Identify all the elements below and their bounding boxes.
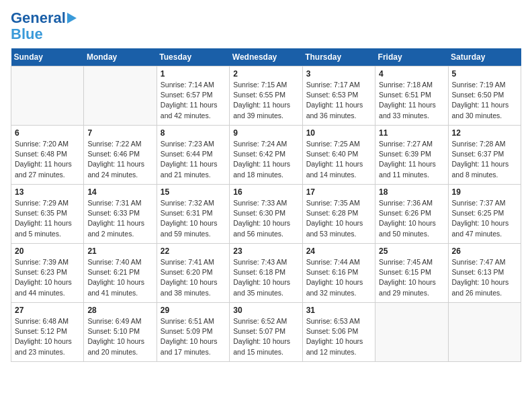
day-detail: Sunrise: 7:27 AM Sunset: 6:39 PM Dayligh… bbox=[379, 139, 444, 180]
day-number: 16 bbox=[233, 187, 298, 197]
calendar-cell: 18Sunrise: 7:36 AM Sunset: 6:26 PM Dayli… bbox=[375, 185, 448, 244]
day-detail: Sunrise: 7:44 AM Sunset: 6:16 PM Dayligh… bbox=[306, 257, 371, 298]
calendar-cell: 9Sunrise: 7:24 AM Sunset: 6:42 PM Daylig… bbox=[230, 126, 302, 185]
day-detail: Sunrise: 7:41 AM Sunset: 6:20 PM Dayligh… bbox=[161, 257, 226, 298]
day-number: 1 bbox=[161, 69, 226, 79]
day-detail: Sunrise: 6:49 AM Sunset: 5:10 PM Dayligh… bbox=[87, 316, 152, 357]
day-number: 21 bbox=[87, 246, 152, 256]
day-detail: Sunrise: 6:48 AM Sunset: 5:12 PM Dayligh… bbox=[15, 316, 80, 357]
day-detail: Sunrise: 7:22 AM Sunset: 6:46 PM Dayligh… bbox=[87, 139, 152, 180]
day-number: 27 bbox=[15, 306, 80, 315]
day-detail: Sunrise: 7:15 AM Sunset: 6:55 PM Dayligh… bbox=[233, 80, 298, 121]
calendar-cell: 22Sunrise: 7:41 AM Sunset: 6:20 PM Dayli… bbox=[157, 244, 229, 303]
day-number: 31 bbox=[306, 306, 371, 315]
calendar-cell: 11Sunrise: 7:27 AM Sunset: 6:39 PM Dayli… bbox=[375, 126, 448, 185]
day-detail: Sunrise: 7:17 AM Sunset: 6:53 PM Dayligh… bbox=[306, 80, 371, 121]
day-number: 26 bbox=[452, 246, 517, 256]
calendar-cell: 13Sunrise: 7:29 AM Sunset: 6:35 PM Dayli… bbox=[11, 185, 84, 244]
calendar-cell: 12Sunrise: 7:28 AM Sunset: 6:37 PM Dayli… bbox=[448, 126, 521, 185]
day-detail: Sunrise: 7:14 AM Sunset: 6:57 PM Dayligh… bbox=[161, 80, 226, 121]
page-header: General Blue bbox=[11, 11, 521, 43]
day-detail: Sunrise: 7:23 AM Sunset: 6:44 PM Dayligh… bbox=[161, 139, 226, 180]
calendar-week-5: 27Sunrise: 6:48 AM Sunset: 5:12 PM Dayli… bbox=[11, 303, 521, 362]
weekday-header-tuesday: Tuesday bbox=[157, 48, 229, 66]
weekday-header-thursday: Thursday bbox=[302, 48, 375, 66]
calendar-cell: 10Sunrise: 7:25 AM Sunset: 6:40 PM Dayli… bbox=[302, 126, 375, 185]
calendar-cell: 8Sunrise: 7:23 AM Sunset: 6:44 PM Daylig… bbox=[157, 126, 229, 185]
day-number: 14 bbox=[87, 187, 152, 197]
day-number: 9 bbox=[233, 128, 298, 138]
calendar-cell: 23Sunrise: 7:43 AM Sunset: 6:18 PM Dayli… bbox=[230, 244, 302, 303]
day-detail: Sunrise: 7:40 AM Sunset: 6:21 PM Dayligh… bbox=[87, 257, 152, 298]
day-detail: Sunrise: 7:29 AM Sunset: 6:35 PM Dayligh… bbox=[15, 198, 80, 239]
calendar-cell bbox=[84, 66, 157, 126]
day-number: 10 bbox=[306, 128, 371, 138]
calendar-cell: 26Sunrise: 7:47 AM Sunset: 6:13 PM Dayli… bbox=[448, 244, 521, 303]
calendar-cell: 6Sunrise: 7:20 AM Sunset: 6:48 PM Daylig… bbox=[11, 126, 84, 185]
day-number: 12 bbox=[452, 128, 517, 138]
weekday-header-saturday: Saturday bbox=[448, 48, 521, 66]
calendar-cell: 16Sunrise: 7:33 AM Sunset: 6:30 PM Dayli… bbox=[230, 185, 302, 244]
calendar-cell bbox=[11, 66, 84, 126]
weekday-header-row: SundayMondayTuesdayWednesdayThursdayFrid… bbox=[11, 48, 521, 66]
calendar-cell: 19Sunrise: 7:37 AM Sunset: 6:25 PM Dayli… bbox=[448, 185, 521, 244]
day-number: 23 bbox=[233, 246, 298, 256]
day-number: 3 bbox=[306, 69, 371, 79]
calendar-cell: 31Sunrise: 6:53 AM Sunset: 5:06 PM Dayli… bbox=[302, 303, 375, 362]
calendar-week-2: 6Sunrise: 7:20 AM Sunset: 6:48 PM Daylig… bbox=[11, 126, 521, 185]
day-detail: Sunrise: 7:19 AM Sunset: 6:50 PM Dayligh… bbox=[452, 80, 517, 121]
calendar-cell: 3Sunrise: 7:17 AM Sunset: 6:53 PM Daylig… bbox=[302, 66, 375, 126]
day-detail: Sunrise: 7:47 AM Sunset: 6:13 PM Dayligh… bbox=[452, 257, 517, 298]
calendar-cell: 30Sunrise: 6:52 AM Sunset: 5:07 PM Dayli… bbox=[230, 303, 302, 362]
day-detail: Sunrise: 7:18 AM Sunset: 6:51 PM Dayligh… bbox=[379, 80, 444, 121]
day-number: 8 bbox=[161, 128, 226, 138]
calendar-week-1: 1Sunrise: 7:14 AM Sunset: 6:57 PM Daylig… bbox=[11, 66, 521, 126]
day-detail: Sunrise: 7:31 AM Sunset: 6:33 PM Dayligh… bbox=[87, 198, 152, 239]
weekday-header-friday: Friday bbox=[375, 48, 448, 66]
logo-text-general: General bbox=[11, 11, 66, 26]
calendar-cell: 24Sunrise: 7:44 AM Sunset: 6:16 PM Dayli… bbox=[302, 244, 375, 303]
calendar-body: 1Sunrise: 7:14 AM Sunset: 6:57 PM Daylig… bbox=[11, 66, 521, 362]
day-number: 20 bbox=[15, 246, 80, 256]
day-detail: Sunrise: 7:28 AM Sunset: 6:37 PM Dayligh… bbox=[452, 139, 517, 180]
day-number: 29 bbox=[161, 306, 226, 315]
calendar-cell: 7Sunrise: 7:22 AM Sunset: 6:46 PM Daylig… bbox=[84, 126, 157, 185]
calendar-cell: 20Sunrise: 7:39 AM Sunset: 6:23 PM Dayli… bbox=[11, 244, 84, 303]
day-number: 2 bbox=[233, 69, 298, 79]
day-number: 19 bbox=[452, 187, 517, 197]
calendar-cell: 14Sunrise: 7:31 AM Sunset: 6:33 PM Dayli… bbox=[84, 185, 157, 244]
day-number: 22 bbox=[161, 246, 226, 256]
day-detail: Sunrise: 7:25 AM Sunset: 6:40 PM Dayligh… bbox=[306, 139, 371, 180]
calendar-cell: 21Sunrise: 7:40 AM Sunset: 6:21 PM Dayli… bbox=[84, 244, 157, 303]
calendar-cell bbox=[375, 303, 448, 362]
calendar-cell: 29Sunrise: 6:51 AM Sunset: 5:09 PM Dayli… bbox=[157, 303, 229, 362]
day-number: 24 bbox=[306, 246, 371, 256]
weekday-header-wednesday: Wednesday bbox=[230, 48, 302, 66]
day-detail: Sunrise: 7:24 AM Sunset: 6:42 PM Dayligh… bbox=[233, 139, 298, 180]
day-detail: Sunrise: 7:20 AM Sunset: 6:48 PM Dayligh… bbox=[15, 139, 80, 180]
day-detail: Sunrise: 7:32 AM Sunset: 6:31 PM Dayligh… bbox=[161, 198, 226, 239]
calendar-cell: 5Sunrise: 7:19 AM Sunset: 6:50 PM Daylig… bbox=[448, 66, 521, 126]
day-number: 17 bbox=[306, 187, 371, 197]
day-detail: Sunrise: 7:43 AM Sunset: 6:18 PM Dayligh… bbox=[233, 257, 298, 298]
day-detail: Sunrise: 7:37 AM Sunset: 6:25 PM Dayligh… bbox=[452, 198, 517, 239]
calendar-cell: 25Sunrise: 7:45 AM Sunset: 6:15 PM Dayli… bbox=[375, 244, 448, 303]
day-number: 25 bbox=[379, 246, 444, 256]
day-detail: Sunrise: 7:39 AM Sunset: 6:23 PM Dayligh… bbox=[15, 257, 80, 298]
logo: General Blue bbox=[11, 11, 77, 43]
day-number: 11 bbox=[379, 128, 444, 138]
calendar-cell bbox=[448, 303, 521, 362]
day-number: 7 bbox=[87, 128, 152, 138]
day-detail: Sunrise: 6:53 AM Sunset: 5:06 PM Dayligh… bbox=[306, 316, 371, 357]
calendar-week-3: 13Sunrise: 7:29 AM Sunset: 6:35 PM Dayli… bbox=[11, 185, 521, 244]
day-detail: Sunrise: 6:52 AM Sunset: 5:07 PM Dayligh… bbox=[233, 316, 298, 357]
day-detail: Sunrise: 7:45 AM Sunset: 6:15 PM Dayligh… bbox=[379, 257, 444, 298]
day-number: 5 bbox=[452, 69, 517, 79]
day-detail: Sunrise: 7:36 AM Sunset: 6:26 PM Dayligh… bbox=[379, 198, 444, 239]
day-number: 28 bbox=[87, 306, 152, 315]
calendar-cell: 4Sunrise: 7:18 AM Sunset: 6:51 PM Daylig… bbox=[375, 66, 448, 126]
day-number: 13 bbox=[15, 187, 80, 197]
calendar-cell: 28Sunrise: 6:49 AM Sunset: 5:10 PM Dayli… bbox=[84, 303, 157, 362]
day-number: 15 bbox=[161, 187, 226, 197]
day-detail: Sunrise: 7:35 AM Sunset: 6:28 PM Dayligh… bbox=[306, 198, 371, 239]
